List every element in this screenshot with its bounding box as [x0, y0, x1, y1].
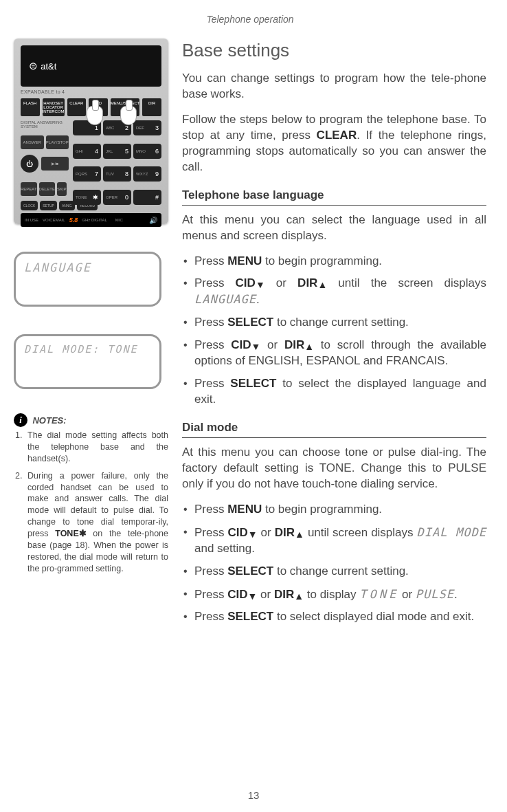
- dir-button: DIR: [142, 98, 161, 116]
- keypad-key: JKL5: [103, 144, 131, 159]
- keypad-key: OPER0: [103, 190, 131, 205]
- lcd-text: LANGUAGE: [24, 261, 151, 274]
- header-section-label: Telephone operation: [14, 14, 486, 25]
- repeat-button: REPEAT: [21, 182, 37, 196]
- delete-button: DELETE: [39, 182, 55, 196]
- section-header-language: Telephone base language: [182, 188, 486, 204]
- step-item: Press SELECT to select the displayed lan…: [182, 376, 486, 408]
- step-item: Press MENU to begin programming.: [182, 502, 486, 518]
- keypad-key: TUV8: [103, 166, 131, 182]
- lcd-display-language: LANGUAGE: [14, 252, 161, 307]
- lcd-text: DIAL MODE: TONE: [24, 343, 151, 355]
- keypad-key: TONE✱: [73, 190, 101, 205]
- clear-button: CLEAR: [67, 98, 87, 116]
- number-keypad: 1ABC2DEF3GHI4JKL5MNO6PQRS7TUV8WXYZ9TONE✱…: [73, 120, 161, 210]
- keypad-key: WXYZ9: [133, 166, 161, 182]
- flash-button: FLASH: [21, 98, 40, 116]
- pointer-hand-icon: [120, 106, 137, 125]
- inuse-label: IN USE: [25, 218, 38, 222]
- page-number: 13: [0, 789, 507, 801]
- setup-button: SETUP: [40, 201, 57, 210]
- step-item: Press SELECT to change current setting.: [182, 315, 486, 331]
- answer-on-label: ANSWER ON: [21, 135, 44, 149]
- page-title: Base settings: [182, 39, 486, 63]
- note-item: During a power failure, only the corded …: [25, 470, 168, 575]
- phone-base-illustration: at&t EXPANDABLE to 4 FLASH HANDSET LOCAT…: [14, 39, 168, 224]
- keypad-key: PQRS7: [73, 166, 101, 182]
- step-item: Press SELECT to change current setting.: [182, 564, 486, 580]
- brand-digital-label: GHz DIGITAL: [82, 218, 107, 222]
- info-icon: i: [14, 413, 27, 427]
- note-item: The dial mode setting affects both the t…: [25, 430, 168, 465]
- section-header-dialmode: Dial mode: [182, 420, 486, 436]
- speaker-icon: 🔊: [149, 217, 157, 224]
- intro-paragraph: You can change settings to program how t…: [182, 71, 486, 102]
- section-intro: At this menu you can select the language…: [182, 212, 486, 244]
- mic-label: MIC: [115, 218, 123, 222]
- step-item: Press CID▼ or DIR▲ until the screen disp…: [182, 276, 486, 308]
- step-item: Press CID▼ or DIR▲ to display TONE or PU…: [182, 586, 486, 603]
- clock-button: CLOCK: [21, 201, 38, 210]
- notes-title: NOTES:: [32, 415, 66, 426]
- divider: [182, 437, 486, 438]
- step-item: Press CID▼ or DIR▲ until screen displays…: [182, 525, 486, 557]
- play-pause-button: ▶/■: [41, 157, 69, 171]
- step-item: Press CID▼ or DIR▲ to scroll through the…: [182, 338, 486, 369]
- brand-58-label: 5.8: [69, 217, 78, 223]
- voicemail-label: VOICEMAIL: [43, 218, 65, 222]
- notes-block: i NOTES: The dial mode setting affects b…: [14, 413, 168, 575]
- keypad-key: #: [133, 190, 161, 205]
- divider: [182, 205, 486, 206]
- keypad-key: GHI4: [73, 144, 101, 159]
- expandable-label: EXPANDABLE to 4: [21, 89, 161, 94]
- locator-button: HANDSET LOCATOR INTERCOM: [43, 98, 65, 116]
- att-logo: at&t: [29, 60, 56, 72]
- das-label: DIGITAL ANSWERING SYSTEM: [21, 120, 69, 129]
- skip-button: SKIP: [57, 182, 67, 196]
- step-item: Press SELECT to select displayed dial mo…: [182, 609, 486, 625]
- keypad-key: DEF3: [133, 120, 161, 135]
- intro-paragraph: Follow the steps below to program the te…: [182, 112, 486, 175]
- pointer-hand-icon: [87, 106, 103, 125]
- keypad-key: MNO6: [133, 144, 161, 159]
- power-button: ⏻: [21, 155, 38, 173]
- play-stop-label: PLAY/STOP: [46, 135, 69, 149]
- step-item: Press MENU to begin programming.: [182, 254, 486, 270]
- lcd-display-dialmode: DIAL MODE: TONE: [14, 334, 161, 389]
- section-intro: At this menu you can choose tone or puls…: [182, 445, 486, 492]
